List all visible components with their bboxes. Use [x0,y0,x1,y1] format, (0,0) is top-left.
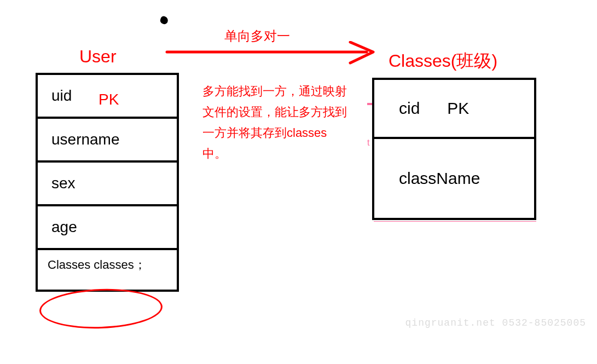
relationship-arrow [164,41,383,68]
classes-entity-table: cid PK className [372,78,536,220]
user-entity-table: uid username sex age Classes classes； [36,73,179,292]
classes-pk-label: PK [447,99,469,118]
user-field-classes: Classes classes； [38,250,177,290]
classes-field-classname: className [374,139,534,218]
user-entity-title: User [79,47,117,67]
classes-field-cid: cid PK [374,80,534,139]
watermark-text: qingruanit.net 0532-85025005 [405,317,586,328]
user-field-username: username [38,119,177,163]
user-field-sex: sex [38,163,177,206]
classes-field-cid-label: cid [399,99,420,118]
description-text: 多方能找到一方，通过映射文件的设置，能让多方找到一方并将其存到classes中。 [202,81,350,164]
classes-entity-title: Classes(班级) [389,49,497,73]
user-field-age: age [38,206,177,250]
stray-ink-mark [159,15,169,25]
user-field-uid: uid [38,75,177,119]
highlight-circle-annotation [39,287,163,331]
stray-pink-char: t [367,138,369,148]
stray-pink-underline [374,221,536,222]
diagram-canvas: 单向多对一 User PK uid username sex age Class… [0,0,597,364]
